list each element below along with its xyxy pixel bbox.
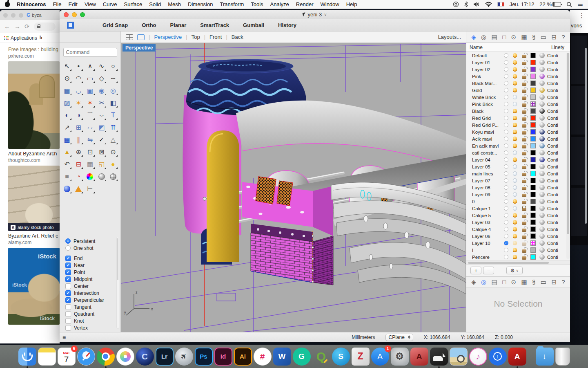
dock-downloads[interactable]: ↓ xyxy=(536,348,554,366)
layer-lock-icon[interactable] xyxy=(522,90,526,93)
menu-solid[interactable]: Solid xyxy=(149,1,161,7)
layer-material-icon[interactable] xyxy=(539,213,545,218)
dock-calendar[interactable]: MAI76 xyxy=(58,348,76,366)
osnap-end[interactable]: End xyxy=(65,255,118,262)
toggle-ortho[interactable]: Ortho xyxy=(142,22,156,28)
copy-tool[interactable]: ⊞ xyxy=(73,121,84,134)
current-layer-radio[interactable] xyxy=(504,95,508,99)
zoom-in-tool[interactable]: ⊕ xyxy=(73,146,84,158)
layer-material-icon[interactable] xyxy=(539,227,545,232)
layer-row[interactable]: Layer 02Conti xyxy=(466,66,570,73)
current-layer-radio[interactable] xyxy=(504,130,508,134)
layer-visibility-bulb-icon[interactable] xyxy=(513,116,517,120)
result-image-church[interactable]: iStock iStock iStock xyxy=(8,248,60,325)
layer-row[interactable]: Pink BrickConti xyxy=(466,101,570,108)
layer-visibility-bulb-icon[interactable] xyxy=(513,178,517,183)
layer-material-icon[interactable] xyxy=(539,150,545,155)
layer-visibility-bulb-icon[interactable] xyxy=(513,67,517,72)
lamp-tool[interactable]: ● xyxy=(107,158,119,171)
layer-color-swatch[interactable] xyxy=(530,185,536,190)
boolean-difference-tool[interactable]: ◑ xyxy=(73,109,84,121)
layer-row[interactable]: Layer 08Conti xyxy=(466,184,570,191)
viewport-tab-top[interactable]: Top xyxy=(192,34,200,40)
dock-acrobat[interactable]: A xyxy=(508,348,526,366)
layer-material-icon[interactable] xyxy=(539,136,545,141)
layer-lock-icon[interactable] xyxy=(522,152,526,155)
layer-lock-icon[interactable] xyxy=(522,173,526,176)
render-sphere-tool[interactable] xyxy=(61,183,73,195)
dock-system-preferences[interactable]: ⚙ xyxy=(391,348,409,366)
osnap-quadrant[interactable]: Quadrant xyxy=(65,310,118,317)
panel-tab-layout-icon[interactable]: ▭ xyxy=(541,279,546,285)
back-icon[interactable]: ← xyxy=(4,23,10,30)
chevron-down-icon[interactable]: ∨ xyxy=(324,12,327,17)
menubar-app-name[interactable]: Rhinoceros xyxy=(17,1,46,7)
menu-mesh[interactable]: Mesh xyxy=(168,1,181,7)
layer-visibility-bulb-icon[interactable] xyxy=(513,60,517,65)
layer-row[interactable]: Black Mar...Conti xyxy=(466,80,570,87)
fillet-tool[interactable]: ⌒ xyxy=(84,109,96,121)
dock-grammarly[interactable]: G xyxy=(293,348,311,366)
layer-list-hscrollbar[interactable] xyxy=(466,260,570,264)
text-tool[interactable]: T xyxy=(107,109,119,121)
layer-color-swatch[interactable] xyxy=(530,157,536,162)
shade-tool[interactable]: △ xyxy=(107,134,119,146)
layer-color-swatch[interactable] xyxy=(530,233,536,239)
wifi-icon[interactable] xyxy=(485,2,492,7)
menu-window[interactable]: Window xyxy=(320,1,339,7)
array-vertical-tool[interactable]: ⇈ xyxy=(107,121,119,134)
layer-lock-icon[interactable] xyxy=(522,145,526,148)
layer-row[interactable]: PinkConti xyxy=(466,73,570,80)
layer-color-swatch[interactable] xyxy=(530,213,536,218)
split-tool[interactable]: ◧ xyxy=(107,97,119,109)
layer-row[interactable]: cati constr...Conti xyxy=(466,149,570,156)
box-tool[interactable]: ▣ xyxy=(84,85,96,97)
osnap-tangent[interactable]: Tangent xyxy=(65,303,118,310)
close-button[interactable] xyxy=(64,12,69,17)
block-manager-tool[interactable]: ⊢ xyxy=(84,183,96,195)
dock-trash[interactable] xyxy=(555,348,570,366)
move-tool[interactable]: ↗ xyxy=(61,121,73,134)
layer-color-swatch[interactable] xyxy=(530,143,536,148)
battery-indicator[interactable]: 22 % xyxy=(539,1,561,7)
rotate-3d-tool[interactable]: ◩ xyxy=(96,121,107,134)
layer-lock-icon[interactable] xyxy=(522,76,526,79)
single-viewport-icon[interactable] xyxy=(137,34,145,40)
layer-row[interactable]: Layer 07Conti xyxy=(466,177,570,184)
layer-lock-icon[interactable] xyxy=(522,62,526,65)
toggle-gumball[interactable]: Gumball xyxy=(243,22,264,28)
dock-chrome[interactable] xyxy=(97,348,115,366)
browser-scrollbar[interactable] xyxy=(585,48,587,224)
layer-lock-icon[interactable] xyxy=(522,180,526,183)
layer-row[interactable]: IConti xyxy=(466,247,570,254)
browser-tab[interactable]: Gbyza xyxy=(27,12,42,18)
layer-color-swatch[interactable] xyxy=(530,199,536,204)
current-layer-radio[interactable] xyxy=(504,234,508,238)
check-tool[interactable]: ✓ xyxy=(96,134,107,146)
layer-material-icon[interactable] xyxy=(539,67,545,72)
rhino-titlebar[interactable]: yeni 3 ∨ xyxy=(60,10,570,19)
result-title[interactable]: About Byzantine Arch xyxy=(8,151,60,157)
current-layer-radio[interactable] xyxy=(504,213,508,218)
layer-visibility-bulb-icon[interactable] xyxy=(513,164,517,169)
layer-row[interactable]: BlackConti xyxy=(466,108,570,114)
current-layer-radio[interactable] xyxy=(504,220,508,224)
layer-material-icon[interactable] xyxy=(539,206,545,211)
creative-cloud-status-icon[interactable] xyxy=(453,1,459,7)
layer-material-icon[interactable] xyxy=(539,199,545,204)
layer-visibility-bulb-icon[interactable] xyxy=(513,157,517,162)
layer-lock-icon[interactable] xyxy=(522,242,526,246)
menubar-clock[interactable]: Jeu. 17:12 xyxy=(510,1,535,7)
trim-tool[interactable]: ✂ xyxy=(96,97,107,109)
dock-word[interactable]: W xyxy=(273,348,291,366)
orient-tool[interactable]: ▱ xyxy=(84,121,96,134)
layer-color-swatch[interactable] xyxy=(530,171,536,176)
sphere-shaded-tool[interactable] xyxy=(96,171,107,183)
layer-visibility-bulb-icon[interactable] xyxy=(513,241,517,245)
layer-row[interactable]: Layer 01Conti xyxy=(466,59,570,66)
blend-tool[interactable]: ⌣ xyxy=(96,109,107,121)
result-title[interactable]: Free images : building xyxy=(8,47,60,52)
current-layer-radio[interactable] xyxy=(504,255,508,259)
four-viewport-icon[interactable] xyxy=(126,34,133,40)
layer-row[interactable]: White BrickConti xyxy=(466,94,570,101)
